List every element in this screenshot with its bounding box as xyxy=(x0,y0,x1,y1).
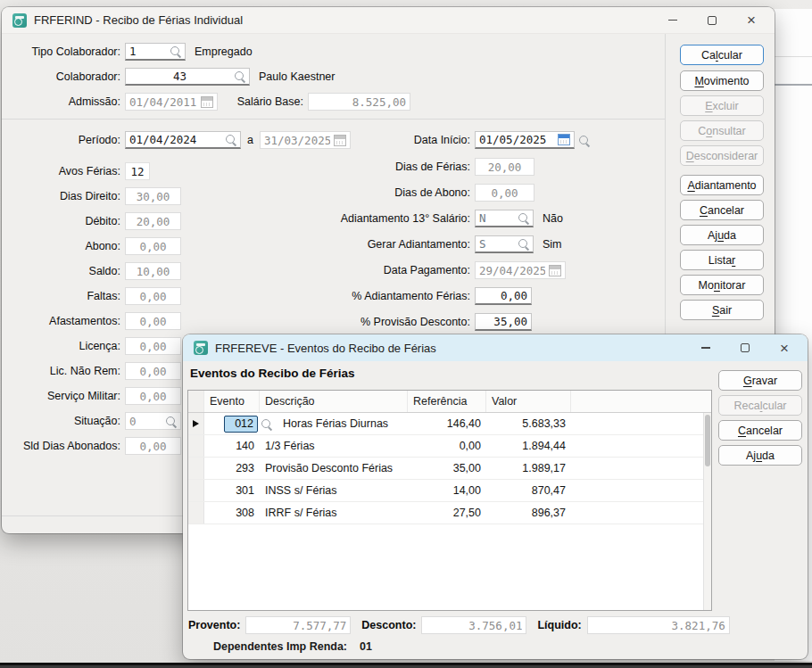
titlebar[interactable]: FRFERIND - Recibo de Férias Individual × xyxy=(2,7,775,34)
descricao-cell[interactable]: Provisão Desconto Férias xyxy=(260,462,408,474)
dias-abono-label: Dias de Abono: xyxy=(301,186,470,199)
descricao-cell[interactable]: 1/3 Férias xyxy=(260,440,408,452)
search-icon[interactable] xyxy=(225,134,236,145)
monitorar-button[interactable]: Monitorar xyxy=(680,275,764,295)
colaborador-label: Colaborador: xyxy=(9,70,120,83)
field-row-pct-provisao: % Provisão Desconto: 35,00 xyxy=(301,313,532,331)
search-icon[interactable] xyxy=(518,238,529,250)
cancelar-button[interactable]: Cancelar xyxy=(680,200,764,220)
grid-row[interactable]: 301 INSS s/ Férias 14,00 870,47 xyxy=(188,480,711,502)
maximize-button[interactable] xyxy=(725,334,765,361)
tipo-colaborador-field[interactable]: 1 xyxy=(125,43,186,61)
scrollbar-thumb[interactable] xyxy=(705,415,710,466)
sair-button[interactable]: Sair xyxy=(680,300,764,320)
listar-button[interactable]: Listar xyxy=(680,250,764,270)
maximize-button[interactable] xyxy=(692,7,732,33)
evento-cell[interactable]: 012 xyxy=(204,416,260,433)
descricao-cell[interactable]: Horas Férias Diurnas xyxy=(278,417,408,430)
search-icon xyxy=(165,416,177,427)
col-referencia[interactable]: Referência xyxy=(408,391,486,412)
window-title: FRFERIND - Recibo de Férias Individual xyxy=(34,13,243,27)
periodo-label: Período: xyxy=(9,134,120,146)
field-row-situacao: Situação: 0 xyxy=(9,412,181,430)
liquido-label: Líquido: xyxy=(537,619,581,631)
evento-cell[interactable]: 308 xyxy=(204,507,260,519)
search-icon[interactable] xyxy=(261,418,272,430)
afastamentos-label: Afastamentos: xyxy=(9,315,120,327)
search-icon[interactable] xyxy=(170,45,181,57)
abono-label: Abono: xyxy=(9,240,120,252)
field-row-licenca: Licença: 0,00 xyxy=(9,337,181,355)
calendar-icon[interactable] xyxy=(558,134,570,145)
ajuda-button[interactable]: Ajuda xyxy=(718,445,802,466)
sld-dias-abonados-field: 0,00 xyxy=(125,437,181,455)
titlebar[interactable]: FRFEREVE - Eventos do Recibo de Férias × xyxy=(183,334,808,361)
debito-field: 20,00 xyxy=(125,212,181,230)
valor-cell[interactable]: 870,47 xyxy=(486,484,571,497)
descricao-cell[interactable]: IRRF s/ Férias xyxy=(260,507,408,519)
descricao-cell[interactable]: INSS s/ Férias xyxy=(260,484,408,497)
valor-cell[interactable]: 1.894,44 xyxy=(486,440,571,452)
desconto-field: 3.756,01 xyxy=(421,616,526,634)
col-valor[interactable]: Valor xyxy=(486,391,571,412)
evento-cell[interactable]: 301 xyxy=(204,484,260,497)
dependentes-label: Dependentes Imp Renda: xyxy=(213,640,347,653)
minimize-button[interactable] xyxy=(686,334,725,361)
grid-row[interactable]: 293 Provisão Desconto Férias 35,00 1.989… xyxy=(188,458,711,480)
field-row-dias-direito: Dias Direito: 30,00 xyxy=(9,187,181,205)
referencia-cell[interactable]: 35,00 xyxy=(408,462,486,474)
situacao-label: Situação: xyxy=(9,415,120,427)
search-icon[interactable] xyxy=(518,212,529,224)
referencia-cell[interactable]: 27,50 xyxy=(408,507,486,519)
pct-adiantamento-field[interactable]: 0,00 xyxy=(475,287,532,305)
abono-field: 0,00 xyxy=(125,237,181,255)
eventos-grid[interactable]: Evento Descrição Referência Valor 012 Ho… xyxy=(187,390,712,611)
col-descricao[interactable]: Descrição xyxy=(260,391,408,412)
maximize-icon xyxy=(741,343,750,352)
gravar-button[interactable]: Gravar xyxy=(718,370,802,391)
grid-row[interactable]: 140 1/3 Férias 0,00 1.894,44 xyxy=(188,435,711,458)
evento-cell[interactable]: 293 xyxy=(204,462,260,474)
avos-ferias-field[interactable]: 12 xyxy=(125,162,150,180)
adiantamento-button[interactable]: Adiantamento xyxy=(680,175,764,195)
search-icon[interactable] xyxy=(234,70,245,82)
periodo-inicio-field[interactable]: 01/04/2024 xyxy=(125,131,241,149)
close-button[interactable]: × xyxy=(732,7,771,33)
close-button[interactable]: × xyxy=(765,334,804,361)
admissao-field: 01/04/2011 xyxy=(125,93,218,111)
app-icon xyxy=(12,13,27,28)
referencia-cell[interactable]: 14,00 xyxy=(408,484,486,497)
totals-row: Provento: 7.577,77 Desconto: 3.756,01 Lí… xyxy=(188,616,808,634)
grid-row-selected[interactable]: 012 Horas Férias Diurnas 146,40 5.683,33 xyxy=(188,413,711,435)
calcular-button[interactable]: Calcular xyxy=(680,45,764,65)
liquido-field: 3.821,76 xyxy=(587,616,730,634)
minimize-button[interactable] xyxy=(653,7,692,33)
data-inicio-field[interactable]: 01/05/2025 xyxy=(475,131,575,149)
search-icon[interactable] xyxy=(578,135,590,146)
pct-provisao-label: % Provisão Desconto: xyxy=(301,316,470,328)
valor-cell[interactable]: 1.989,17 xyxy=(486,462,571,474)
licenca-label: Licença: xyxy=(9,340,120,352)
grid-row[interactable]: 308 IRRF s/ Férias 27,50 896,37 xyxy=(188,502,711,524)
evento-cell[interactable]: 140 xyxy=(204,440,260,452)
valor-cell[interactable]: 896,37 xyxy=(486,507,571,519)
ajuda-button[interactable]: Ajuda xyxy=(680,225,764,245)
movimento-button[interactable]: Movimento xyxy=(680,70,764,91)
colaborador-field[interactable]: 43 xyxy=(125,68,250,86)
dias-direito-label: Dias Direito: xyxy=(9,190,120,202)
adiantamento-13-field[interactable]: N xyxy=(475,210,534,227)
col-evento[interactable]: Evento xyxy=(204,391,260,412)
valor-cell[interactable]: 5.683,33 xyxy=(486,417,571,430)
dias-direito-field: 30,00 xyxy=(125,187,181,205)
gerar-adiantamento-field[interactable]: S xyxy=(475,235,534,253)
vertical-scrollbar[interactable] xyxy=(703,413,711,610)
row-arrow-icon xyxy=(193,420,199,427)
grid-header: Evento Descrição Referência Valor xyxy=(188,391,711,413)
field-row-gerar-adiantamento: Gerar Adiantamento: S Sim xyxy=(301,235,562,253)
evento-editor[interactable]: 012 xyxy=(224,416,258,433)
referencia-cell[interactable]: 0,00 xyxy=(408,440,486,452)
faltas-label: Faltas: xyxy=(9,290,120,302)
referencia-cell[interactable]: 146,40 xyxy=(408,417,486,430)
cancelar-button[interactable]: Cancelar xyxy=(718,420,802,441)
pct-provisao-field[interactable]: 35,00 xyxy=(475,313,532,331)
